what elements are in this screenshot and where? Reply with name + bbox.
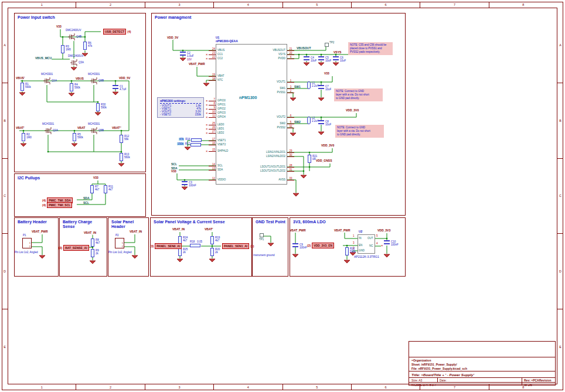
frame-columns-top: 12345678 <box>8 2 557 8</box>
frame-row-label: B <box>557 83 563 159</box>
ic-part-number[interactable]: nPM1300-QEAA <box>216 39 238 43</box>
ic-part-number[interactable]: AP2112K-3.3TRG1 <box>354 255 379 258</box>
settings-rows: - VOUT1: 1.8v - VSET1: 47k - VOUT2: 3.0V… <box>160 104 201 116</box>
frame-rows-right: ABCDE <box>557 8 563 384</box>
frame-column-label: 4 <box>214 2 282 8</box>
sheet-size: Size: A3 <box>411 379 422 382</box>
frame-row-label: D <box>557 234 563 309</box>
frame-row-label: A <box>557 8 563 83</box>
schematic-sheet: 12345678 12345678 ABCDE ABCDE <box>0 0 565 392</box>
setting-value: 150k <box>195 113 201 116</box>
frame-column-label: 5 <box>283 2 352 8</box>
frame-column-label: 3 <box>145 384 214 390</box>
frame-row-label: C <box>557 159 563 234</box>
settings-note[interactable]: nPM1300 settings: - VOUT1: 1.8v - VSET1:… <box>157 97 204 118</box>
settings-row: - VSET2: 150k <box>160 113 201 116</box>
ic-logo-text: nPM1300 <box>239 96 257 100</box>
frame-column-label: 5 <box>283 384 352 390</box>
frame-column-label: 1 <box>8 2 76 8</box>
frame-row-label: C <box>2 159 8 234</box>
frame-column-label: 2 <box>76 2 145 8</box>
ic-reference[interactable]: U2 <box>359 230 362 233</box>
frame-column-label: 6 <box>352 2 420 8</box>
sheet-revision: Rev: =PCARevision <box>524 379 552 382</box>
sheet-title: Title: =BoardTitle + ' - Power Supply' <box>411 373 474 377</box>
organization: =Organization <box>411 359 431 362</box>
frame-column-label: 8 <box>489 2 557 8</box>
frame-row-label: B <box>2 83 8 159</box>
title-block: =Organization Sheet: /nRF9151_Power_Supp… <box>409 341 556 386</box>
settings-title: nPM1300 settings: <box>160 99 201 104</box>
frame-row-label: E <box>557 309 563 384</box>
frame-rows-left: ABCDE <box>2 8 8 384</box>
frame-row-label: A <box>2 8 8 83</box>
frame-row-label: E <box>2 309 8 384</box>
tool-version: KiCad E.D.A. 8.0.7 <box>411 383 436 387</box>
frame-column-label: 3 <box>145 2 214 8</box>
ic-npm1300[interactable] <box>216 44 287 185</box>
file-name: File: nRF9151_Power_Supply.kicad_sch <box>411 367 467 370</box>
sheet-path: Sheet: /nRF9151_Power_Supply/ <box>411 363 457 366</box>
sheet-id: Id: 2/5 <box>524 383 532 387</box>
frame-row-label: D <box>2 234 8 309</box>
setting-key: - VSET2: <box>160 113 171 116</box>
frame-column-label: 4 <box>214 384 282 390</box>
frame-column-label: 2 <box>76 384 145 390</box>
frame-column-label: 1 <box>8 384 76 390</box>
frame-column-label: 7 <box>420 2 489 8</box>
ic-ap2112k[interactable] <box>358 234 375 254</box>
sheet-date: Date: <box>440 379 447 382</box>
